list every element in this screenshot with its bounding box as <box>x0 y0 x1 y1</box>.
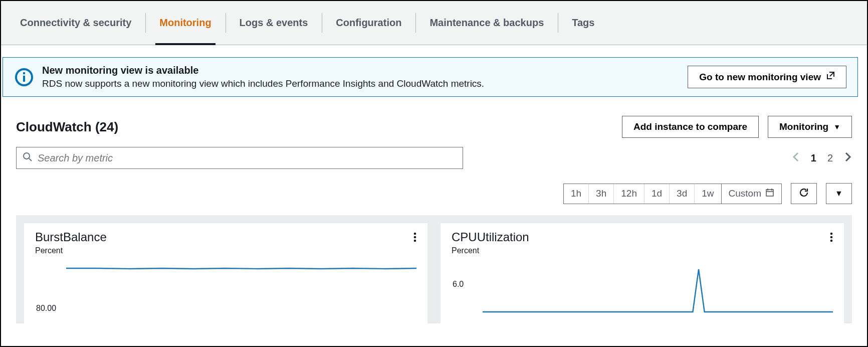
svg-point-9 <box>414 233 416 235</box>
svg-point-13 <box>830 236 833 239</box>
add-instance-to-compare-button[interactable]: Add instance to compare <box>622 116 759 138</box>
page-1[interactable]: 1 <box>811 152 816 164</box>
chart-ytick: 80.00 <box>36 304 56 313</box>
monitoring-button-label: Monitoring <box>779 121 828 132</box>
external-link-icon <box>826 71 835 83</box>
svg-line-4 <box>29 158 32 161</box>
range-custom-label: Custom <box>729 188 761 199</box>
range-3h[interactable]: 3h <box>588 184 613 204</box>
svg-point-11 <box>414 240 416 242</box>
chart-title: CPUUtilization <box>452 230 833 244</box>
tab-connectivity[interactable]: Connectivity & security <box>6 1 145 45</box>
refresh-button[interactable] <box>791 183 817 204</box>
svg-point-14 <box>830 240 833 242</box>
svg-rect-1 <box>23 76 25 82</box>
caret-down-icon: ▼ <box>833 123 840 131</box>
chart-line <box>483 264 833 319</box>
tab-configuration[interactable]: Configuration <box>322 1 415 45</box>
range-3d[interactable]: 3d <box>669 184 694 204</box>
tab-tags[interactable]: Tags <box>558 1 608 45</box>
banner-desc: RDS now supports a new monitoring view w… <box>42 78 688 89</box>
chart-unit: Percent <box>35 246 416 255</box>
svg-rect-5 <box>766 190 773 196</box>
chart-line <box>66 264 416 319</box>
chart-menu-cpuutilization[interactable] <box>830 232 833 244</box>
svg-point-12 <box>830 233 833 235</box>
range-1h[interactable]: 1h <box>564 184 588 204</box>
chart-card-cpuutilization: CPUUtilization Percent 6.0 <box>441 223 844 323</box>
page-2[interactable]: 2 <box>827 152 833 164</box>
tab-logs[interactable]: Logs & events <box>226 1 322 45</box>
refresh-icon <box>798 187 809 200</box>
search-container <box>16 147 463 169</box>
chart-options-button[interactable]: ▼ <box>826 183 852 204</box>
tab-monitoring[interactable]: Monitoring <box>145 1 225 45</box>
svg-rect-2 <box>23 72 25 74</box>
svg-point-10 <box>414 236 416 239</box>
svg-point-3 <box>24 153 30 159</box>
search-input[interactable] <box>38 152 457 164</box>
banner-title: New monitoring view is available <box>42 65 688 76</box>
range-12h[interactable]: 12h <box>613 184 644 204</box>
range-1w[interactable]: 1w <box>694 184 721 204</box>
range-1d[interactable]: 1d <box>644 184 669 204</box>
pagination: 1 2 <box>792 151 852 165</box>
page-next-icon[interactable] <box>844 151 852 165</box>
compare-button-label: Add instance to compare <box>633 121 747 132</box>
banner-button-label: Go to new monitoring view <box>699 72 821 83</box>
tab-bar: Connectivity & security Monitoring Logs … <box>1 1 867 45</box>
tab-maintenance[interactable]: Maintenance & backups <box>415 1 558 45</box>
chart-menu-burstbalance[interactable] <box>413 232 416 244</box>
chart-card-burstbalance: BurstBalance Percent 80.00 <box>24 223 427 323</box>
calendar-icon <box>765 188 774 200</box>
monitoring-dropdown-button[interactable]: Monitoring ▼ <box>768 116 852 138</box>
chart-ytick: 6.0 <box>453 280 464 289</box>
chart-unit: Percent <box>452 246 833 255</box>
range-custom[interactable]: Custom <box>721 184 781 204</box>
info-icon <box>14 67 34 87</box>
info-banner: New monitoring view is available RDS now… <box>3 57 858 97</box>
section-title: CloudWatch (24) <box>16 119 118 135</box>
chart-title: BurstBalance <box>35 230 416 244</box>
go-to-new-monitoring-button[interactable]: Go to new monitoring view <box>688 66 846 88</box>
caret-down-icon: ▼ <box>835 189 843 198</box>
search-icon <box>23 152 38 164</box>
time-range-selector: 1h 3h 12h 1d 3d 1w Custom <box>563 184 782 204</box>
page-prev-icon <box>792 151 800 165</box>
